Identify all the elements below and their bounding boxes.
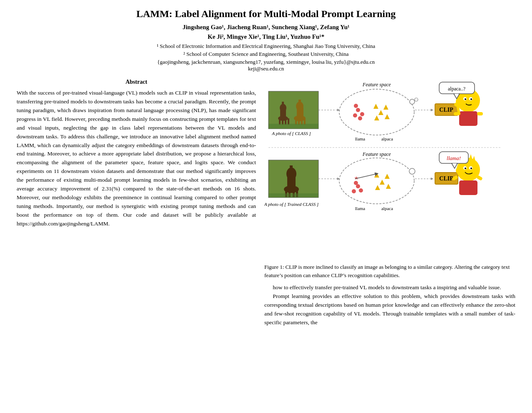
- figure-caption-text: CLIP is more inclined to classify an ima…: [264, 264, 510, 278]
- svg-text:llama!: llama!: [447, 155, 461, 161]
- svg-point-25: [358, 116, 362, 120]
- svg-point-85: [409, 168, 415, 174]
- svg-rect-13: [295, 118, 297, 125]
- svg-rect-16: [304, 118, 306, 125]
- svg-rect-6: [282, 118, 283, 125]
- paper-title: LAMM: Label Alignment for Multi-Modal Pr…: [17, 8, 515, 20]
- svg-text:A photo of [ CLASS ]: A photo of [ CLASS ]: [271, 131, 311, 136]
- svg-point-32: [410, 99, 415, 104]
- svg-point-22: [356, 108, 360, 112]
- svg-point-79: [354, 181, 358, 185]
- body-text: how to effectively transfer pre-trained …: [264, 283, 515, 327]
- abstract-text: With the success of pre-trained visual-l…: [17, 89, 256, 228]
- figure-caption: Figure 1: CLIP is more inclined to class…: [264, 263, 515, 279]
- emails-line1: {gaojingsheng, jackchenruan, xiangsunche…: [17, 59, 515, 65]
- svg-rect-50: [459, 111, 477, 126]
- svg-text:CLIP: CLIP: [439, 175, 453, 182]
- svg-rect-102: [459, 180, 477, 195]
- svg-text:alpaca: alpaca: [381, 206, 393, 211]
- svg-rect-7: [285, 118, 286, 125]
- svg-point-77: [352, 189, 356, 193]
- svg-rect-5: [279, 118, 281, 125]
- svg-point-99: [465, 168, 466, 169]
- svg-rect-14: [298, 118, 300, 125]
- svg-rect-0: [268, 91, 318, 129]
- figure1-svg: Feature space: [264, 79, 506, 258]
- authors-line1: Jingsheng Gao¹, Jiacheng Ruan¹, Suncheng…: [17, 24, 515, 31]
- abstract-body: With the success of pre-trained visual-l…: [17, 89, 256, 228]
- svg-text:alpaca: alpaca: [381, 136, 393, 141]
- paper-container: LAMM: Label Alignment for Multi-Modal Pr…: [17, 8, 515, 327]
- svg-marker-89: [431, 178, 433, 180]
- svg-point-78: [359, 188, 363, 193]
- svg-text:llama: llama: [355, 136, 365, 141]
- svg-point-20: [339, 89, 414, 135]
- two-column-layout: Abstract With the success of pre-trained…: [17, 79, 515, 327]
- svg-rect-12: [298, 100, 301, 106]
- svg-point-73: [339, 158, 414, 204]
- right-column: Feature space: [264, 79, 515, 327]
- svg-point-24: [353, 113, 357, 118]
- svg-rect-4: [282, 102, 284, 108]
- svg-rect-52: [477, 112, 483, 115]
- svg-text:llama: llama: [355, 206, 365, 211]
- svg-point-23: [360, 112, 364, 116]
- abstract-title: Abstract: [17, 79, 256, 85]
- svg-rect-70: [268, 193, 318, 198]
- svg-rect-15: [301, 118, 303, 125]
- figure-label: Figure 1:: [264, 264, 284, 270]
- svg-rect-65: [290, 165, 293, 174]
- title-section: LAMM: Label Alignment for Multi-Modal Pr…: [17, 8, 515, 72]
- svg-rect-17: [268, 124, 318, 129]
- svg-point-26: [354, 104, 358, 108]
- svg-text:alpaca..?: alpaca..?: [448, 86, 465, 92]
- svg-point-47: [465, 98, 466, 100]
- svg-marker-95: [469, 154, 472, 160]
- svg-text:A photo of [ Trained CLASS ]: A photo of [ Trained CLASS ]: [264, 202, 318, 207]
- svg-text:Feature space: Feature space: [362, 151, 391, 157]
- svg-point-48: [470, 98, 472, 100]
- svg-rect-8: [288, 118, 289, 125]
- authors-line2: Ke Ji², Mingye Xie¹, Ting Liu¹, Yuzhuo F…: [17, 33, 515, 40]
- affiliation1: ¹ School of Electronic Information and E…: [17, 43, 515, 50]
- svg-text:CLIP: CLIP: [439, 107, 453, 113]
- left-column: Abstract With the success of pre-trained…: [17, 79, 256, 327]
- svg-marker-37: [431, 109, 433, 111]
- body-paragraph1: how to effectively transfer pre-trained …: [264, 283, 515, 292]
- body-paragraph2: Prompt learning provides an effective so…: [264, 292, 515, 327]
- svg-line-54: [457, 105, 459, 114]
- svg-text:Feature space: Feature space: [362, 82, 391, 88]
- figure1-container: Feature space: [264, 79, 515, 260]
- emails-line2: keji@seu.edu.cn: [17, 65, 515, 72]
- svg-point-101: [456, 168, 460, 173]
- svg-point-100: [470, 168, 472, 169]
- affiliation2: ² School of Computer Science and Enginee…: [17, 51, 515, 58]
- svg-point-33: [415, 98, 418, 101]
